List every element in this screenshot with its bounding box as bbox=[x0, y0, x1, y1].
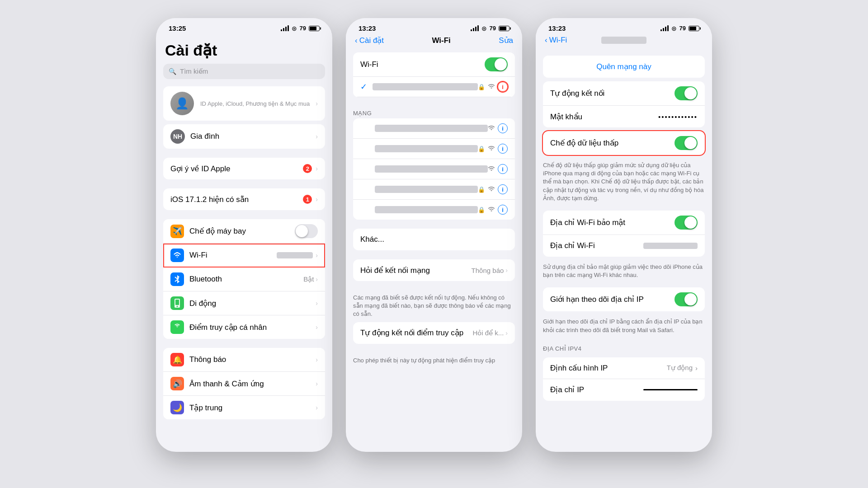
airplane-icon: ✈️ bbox=[170, 225, 184, 238]
other-label: Khác... bbox=[360, 235, 508, 244]
networks-section-label: MẠNG bbox=[346, 106, 522, 118]
password-row[interactable]: Mật khẩu •••••••••••• bbox=[543, 106, 705, 127]
auto-hotspot-row[interactable]: Tự động kết nối điểm truy cập Hỏi để k..… bbox=[353, 322, 515, 344]
mobile-row[interactable]: Di động › bbox=[163, 291, 325, 315]
status-bar-2: 13:23 ⊛ 79 bbox=[346, 18, 522, 34]
low-data-section: Chế độ dữ liệu thấp bbox=[543, 131, 705, 155]
svg-line-2 bbox=[175, 277, 177, 279]
lock-icon-current: 🔒 bbox=[478, 84, 485, 90]
auto-connect-row[interactable]: Tự động kết nối bbox=[543, 81, 705, 106]
wifi-icon bbox=[170, 249, 184, 262]
signal-icon-3 bbox=[660, 25, 669, 31]
bluetooth-row[interactable]: Bluetooth Bật › bbox=[163, 267, 325, 291]
apple-id-row[interactable]: 👤 ID Apple, iCloud, Phương tiện & Mục mu… bbox=[163, 86, 325, 121]
airplane-row[interactable]: ✈️ Chế độ máy bay bbox=[163, 219, 325, 244]
ip-limit-toggle[interactable] bbox=[675, 292, 698, 306]
search-bar[interactable]: 🔍 Tìm kiếm bbox=[163, 64, 325, 79]
auto-hotspot-value: Hỏi để k... bbox=[472, 329, 504, 337]
detail-scroll[interactable]: Quên mạng này Tự động kết nối Mật khẩu •… bbox=[536, 48, 712, 452]
info-button-current[interactable]: i bbox=[498, 82, 508, 92]
sound-chevron: › bbox=[316, 380, 318, 387]
wifi-signal-current bbox=[488, 83, 495, 91]
search-input[interactable]: Tìm kiếm bbox=[180, 67, 208, 75]
network-row-2[interactable]: ✓ 🔒 i bbox=[353, 139, 515, 159]
network-row-3[interactable]: ✓ i bbox=[353, 159, 515, 179]
wifi-signal-1 bbox=[488, 124, 495, 133]
auto-hotspot-chevron: › bbox=[505, 329, 508, 337]
low-data-row[interactable]: Chế độ dữ liệu thấp bbox=[543, 131, 705, 155]
battery-percent-3: 79 bbox=[679, 25, 686, 32]
forget-network-button[interactable]: Quên mạng này bbox=[543, 56, 705, 78]
network-row-1[interactable]: ✓ i bbox=[353, 118, 515, 139]
family-label: Gia đình bbox=[190, 132, 316, 141]
wifi-toggle-row[interactable]: Wi-Fi bbox=[353, 52, 515, 77]
info-button-5[interactable]: i bbox=[498, 205, 508, 215]
focus-row[interactable]: 🌙 Tập trung › bbox=[163, 396, 325, 419]
notification-icon: 🔔 bbox=[170, 353, 184, 366]
auto-connect-toggle[interactable] bbox=[675, 86, 698, 100]
network-row-4[interactable]: ✓ 🔒 i bbox=[353, 179, 515, 200]
settings-scroll[interactable]: Cài đặt 🔍 Tìm kiếm 👤 ID Apple, iCloud, P… bbox=[156, 34, 332, 452]
lock-icon-4: 🔒 bbox=[478, 186, 485, 193]
airplane-label: Chế độ máy bay bbox=[189, 226, 295, 236]
ip-address-row[interactable]: Địa chỉ IP bbox=[543, 379, 705, 401]
back-label-detail: Wi-Fi bbox=[549, 36, 567, 45]
auto-connect-label: Tự động kết nối bbox=[550, 89, 604, 98]
wifi-screen-title: Wi-Fi bbox=[432, 36, 450, 45]
private-wifi-toggle[interactable] bbox=[675, 216, 698, 230]
ip-limit-row[interactable]: Giới hạn theo dõi địa chỉ IP bbox=[543, 287, 705, 311]
wifi-toggle-group: Wi-Fi ✓ 🔒 i bbox=[353, 52, 515, 97]
low-data-note: Chế độ dữ liệu thấp giúp giảm mức sử dụn… bbox=[536, 159, 712, 207]
wifi-toggle[interactable] bbox=[485, 57, 508, 71]
bluetooth-value: Bật bbox=[303, 275, 314, 283]
low-data-toggle[interactable] bbox=[675, 136, 698, 150]
network-row-5[interactable]: ✓ 🔒 i bbox=[353, 200, 515, 220]
info-button-1[interactable]: i bbox=[498, 123, 508, 133]
current-network-row[interactable]: ✓ 🔒 i bbox=[353, 77, 515, 97]
airplane-toggle[interactable] bbox=[295, 224, 318, 238]
info-button-3[interactable]: i bbox=[498, 164, 508, 174]
battery-percent: 79 bbox=[300, 25, 306, 32]
password-label: Mật khẩu bbox=[550, 112, 582, 122]
other-row[interactable]: Khác... bbox=[353, 229, 515, 250]
auto-hotspot-group: Tự động kết nối điểm truy cập Hỏi để k..… bbox=[353, 322, 515, 344]
back-button[interactable]: ‹ Cài đặt bbox=[355, 36, 384, 45]
svg-line-3 bbox=[175, 280, 177, 282]
checkmark-icon: ✓ bbox=[360, 82, 367, 92]
info-button-4[interactable]: i bbox=[498, 184, 508, 194]
signal-icon-2 bbox=[471, 25, 479, 31]
wifi-row[interactable]: Wi-Fi › bbox=[163, 244, 325, 267]
bluetooth-chevron: › bbox=[316, 276, 318, 283]
avatar: 👤 bbox=[170, 92, 194, 115]
notification-group: 🔔 Thông báo › 🔊 Âm thanh & Cảm ứng › 🌙 T… bbox=[163, 348, 325, 419]
hotspot-row[interactable]: Điểm truy cập cá nhân › bbox=[163, 315, 325, 339]
ios-update-group: iOS 17.1.2 hiện có sẵn 1 › bbox=[163, 188, 325, 210]
svg-marker-1 bbox=[177, 280, 179, 283]
ios-update-chevron: › bbox=[316, 196, 318, 203]
svg-point-6 bbox=[177, 306, 178, 307]
status-bar-1: 13:25 ⊛ 79 bbox=[156, 18, 332, 34]
edit-button[interactable]: Sửa bbox=[499, 36, 513, 45]
private-wifi-label: Địa chỉ Wi-Fi bảo mật bbox=[550, 218, 625, 227]
ask-join-row[interactable]: Hỏi để kết nối mạng Thông báo › bbox=[353, 259, 515, 281]
back-button-detail[interactable]: ‹ Wi-Fi bbox=[545, 36, 567, 45]
sound-row[interactable]: 🔊 Âm thanh & Cảm ứng › bbox=[163, 372, 325, 396]
private-wifi-row[interactable]: Địa chỉ Wi-Fi bảo mật bbox=[543, 211, 705, 235]
network-name-2 bbox=[375, 145, 478, 152]
status-time-3: 13:23 bbox=[548, 24, 566, 32]
notification-row[interactable]: 🔔 Thông báo › bbox=[163, 348, 325, 372]
sound-label: Âm thanh & Cảm ứng bbox=[189, 379, 316, 389]
auto-hotspot-notice: Cho phép thiết bị này tự động phát hiện … bbox=[346, 353, 522, 368]
wifi-address-value bbox=[643, 243, 698, 249]
ios-update-row[interactable]: iOS 17.1.2 hiện có sẵn 1 › bbox=[163, 188, 325, 210]
family-row[interactable]: NH Gia đình › bbox=[163, 124, 325, 149]
wifi-address-row[interactable]: Địa chỉ Wi-Fi bbox=[543, 235, 705, 257]
ip-config-row[interactable]: Định cấu hình IP Tự động › bbox=[543, 357, 705, 379]
ask-join-group: Hỏi để kết nối mạng Thông báo › bbox=[353, 259, 515, 281]
suggestion-row[interactable]: Gợi ý về ID Apple 2 › bbox=[163, 158, 325, 179]
info-button-2[interactable]: i bbox=[498, 144, 508, 154]
wifi-address-label: Địa chỉ Wi-Fi bbox=[550, 241, 595, 250]
wifi-scroll[interactable]: Wi-Fi ✓ 🔒 i bbox=[346, 49, 522, 452]
back-label: Cài đặt bbox=[359, 36, 384, 45]
other-group: Khác... bbox=[353, 229, 515, 250]
